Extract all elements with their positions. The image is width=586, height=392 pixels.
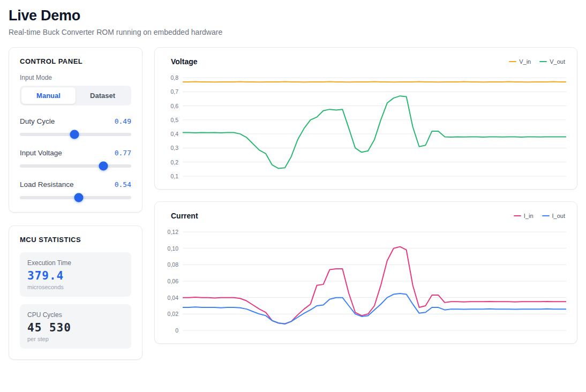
page-subtitle: Real-time Buck Converter ROM running on …	[9, 28, 577, 36]
voltage-plot-area	[183, 74, 566, 179]
main-layout: CONTROL PANEL Input Mode Manual Dataset …	[9, 47, 577, 360]
cpu-cycles-value: 45 530	[27, 321, 124, 334]
load-resistance-slider-thumb[interactable]	[74, 193, 84, 202]
execution-time-stat: Execution Time 379.4 microseconds	[20, 252, 131, 297]
y-tick-label: 0,06	[168, 278, 178, 284]
y-tick-label: 0,6	[170, 103, 178, 109]
current-y-axis: 0,120,100,080,060,040,020	[163, 229, 183, 334]
left-column: CONTROL PANEL Input Mode Manual Dataset …	[9, 47, 142, 360]
execution-time-value: 379.4	[27, 269, 124, 282]
voltage-chart-header: Voltage V_inV_out	[171, 57, 565, 66]
legend-swatch-icon	[514, 215, 521, 216]
load-resistance-slider-row: Load Resistance 0.54	[20, 180, 131, 199]
legend-swatch-icon	[542, 215, 550, 216]
control-panel-card: CONTROL PANEL Input Mode Manual Dataset …	[9, 47, 142, 213]
legend-item-I_out: I_out	[542, 213, 565, 219]
cpu-cycles-stat: CPU Cycles 45 530 per step	[20, 304, 131, 349]
current-chart-legend: I_inI_out	[514, 213, 565, 219]
voltage-chart-legend: V_inV_out	[509, 58, 565, 65]
y-tick-label: 0	[175, 327, 178, 334]
execution-time-unit: microseconds	[27, 284, 124, 290]
voltage-chart-card: Voltage V_inV_out 0,80,70,60,50,40,30,20…	[154, 47, 577, 190]
voltage-chart-title: Voltage	[171, 57, 198, 66]
input-voltage-slider-row: Input Voltage 0.77	[20, 149, 131, 168]
mode-manual-button[interactable]: Manual	[21, 87, 76, 104]
legend-label: V_in	[519, 58, 531, 65]
current-chart-card: Current I_inI_out 0,120,100,080,060,040,…	[154, 201, 577, 344]
input-voltage-label: Input Voltage	[20, 149, 62, 157]
y-tick-label: 0,5	[170, 117, 178, 123]
cpu-cycles-unit: per step	[27, 336, 124, 342]
legend-swatch-icon	[509, 61, 516, 62]
input-voltage-slider-track[interactable]	[20, 164, 131, 168]
voltage-chart: 0,80,70,60,50,40,30,20,1	[163, 74, 566, 179]
voltage-y-axis: 0,80,70,60,50,40,30,20,1	[163, 74, 183, 179]
current-plot-svg	[183, 229, 566, 334]
legend-item-V_out: V_out	[539, 58, 565, 65]
legend-swatch-icon	[539, 61, 547, 62]
y-tick-label: 0,08	[168, 261, 178, 268]
input-voltage-slider-thumb[interactable]	[99, 162, 108, 171]
duty-cycle-slider-track[interactable]	[20, 133, 131, 136]
legend-label: I_out	[552, 213, 565, 219]
mcu-statistics-title: MCU STATISTICS	[20, 236, 131, 244]
legend-label: I_in	[524, 213, 534, 219]
duty-cycle-slider-row: Duty Cycle 0.49	[20, 117, 131, 136]
y-tick-label: 0,02	[168, 311, 178, 317]
input-mode-toggle: Manual Dataset	[20, 86, 131, 105]
duty-cycle-label: Duty Cycle	[20, 117, 55, 125]
cpu-cycles-label: CPU Cycles	[27, 311, 124, 319]
duty-cycle-slider-thumb[interactable]	[70, 130, 79, 139]
input-voltage-value: 0.77	[115, 149, 131, 157]
page-title: Live Demo	[9, 7, 577, 24]
y-tick-label: 0,4	[170, 131, 178, 137]
voltage-plot-svg	[183, 74, 566, 179]
execution-time-label: Execution Time	[27, 259, 124, 267]
load-resistance-label: Load Resistance	[20, 180, 74, 189]
input-mode-label: Input Mode	[20, 74, 131, 81]
mcu-statistics-card: MCU STATISTICS Execution Time 379.4 micr…	[9, 225, 142, 360]
slider-head: Load Resistance 0.54	[20, 180, 131, 189]
series-line-V_in	[183, 82, 566, 82]
slider-head: Input Voltage 0.77	[20, 149, 131, 157]
y-tick-label: 0,1	[170, 173, 178, 179]
mode-dataset-button[interactable]: Dataset	[76, 87, 130, 104]
current-plot-area	[183, 229, 566, 334]
current-chart-header: Current I_inI_out	[171, 212, 565, 220]
legend-item-V_in: V_in	[509, 58, 531, 65]
legend-item-I_in: I_in	[514, 213, 534, 219]
y-tick-label: 0,04	[168, 295, 178, 301]
control-panel-title: CONTROL PANEL	[20, 57, 131, 65]
y-tick-label: 0,12	[168, 229, 178, 235]
duty-cycle-value: 0.49	[115, 117, 131, 125]
current-chart: 0,120,100,080,060,040,020	[163, 229, 566, 334]
y-tick-label: 0,7	[170, 88, 178, 95]
page-header: Live Demo Real-time Buck Converter ROM r…	[9, 7, 577, 36]
series-line-V_out	[183, 96, 566, 168]
load-resistance-value: 0.54	[115, 180, 131, 189]
y-tick-label: 0,2	[170, 159, 178, 165]
current-chart-title: Current	[171, 212, 198, 220]
live-demo-page: Live Demo Real-time Buck Converter ROM r…	[9, 7, 577, 360]
slider-head: Duty Cycle 0.49	[20, 117, 131, 125]
legend-label: V_out	[550, 58, 565, 65]
charts-column: Voltage V_inV_out 0,80,70,60,50,40,30,20…	[154, 47, 577, 344]
y-tick-label: 0,8	[170, 74, 178, 81]
load-resistance-slider-track[interactable]	[20, 196, 131, 199]
y-tick-label: 0,10	[168, 245, 178, 252]
y-tick-label: 0,3	[170, 145, 178, 151]
series-line-I_in	[183, 247, 566, 324]
